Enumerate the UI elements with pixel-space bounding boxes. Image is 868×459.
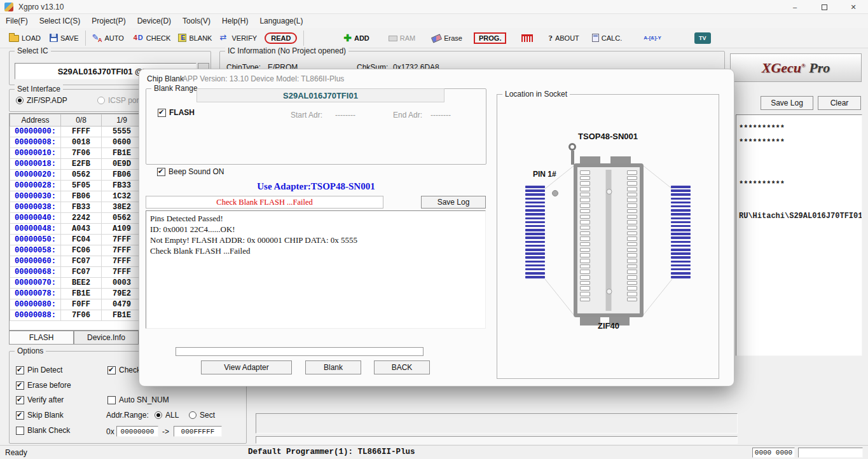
add-button[interactable]: ✚ADD <box>341 30 371 46</box>
about-button[interactable]: ?ABOUT <box>546 30 581 46</box>
addr-range-sect-radio[interactable]: Sect <box>189 411 215 420</box>
zif-radio[interactable]: ZIF/SP.ADP <box>16 96 67 105</box>
hex-value-cell[interactable]: FC04 <box>61 235 102 245</box>
hex-value-cell[interactable]: FB06 <box>102 170 142 181</box>
read-button[interactable]: READ <box>265 32 297 44</box>
hex-value-cell[interactable]: FB33 <box>61 202 102 213</box>
hex-value-cell[interactable]: 7FFF <box>102 256 142 267</box>
addr-range-all-radio[interactable]: ALL <box>155 411 179 420</box>
hex-value-cell[interactable]: E2FB <box>61 159 102 170</box>
hex-value-cell[interactable]: 7FFF <box>102 245 142 256</box>
hex-value-cell[interactable]: 0018 <box>61 137 102 148</box>
option-skip-blank[interactable]: Skip Blank <box>16 411 64 420</box>
menu-tools[interactable]: Tools(V) <box>177 15 216 27</box>
menu-language[interactable]: Language(L) <box>254 15 308 27</box>
hex-value-cell[interactable]: 2242 <box>61 213 102 224</box>
hex-value-cell[interactable]: 0E9D <box>102 159 142 170</box>
hex-value-cell[interactable]: 38E2 <box>102 202 142 213</box>
option-verify-after[interactable]: Verify after <box>16 395 64 404</box>
hex-value-cell[interactable]: 1C32 <box>102 191 142 202</box>
menu-device[interactable]: Device(D) <box>132 15 177 27</box>
load-button[interactable]: LOAD <box>6 30 43 46</box>
hex-value-cell[interactable]: FC06 <box>61 245 102 256</box>
hex-address-cell[interactable]: 00000080: <box>10 299 61 310</box>
hex-address-cell[interactable]: 00000070: <box>10 278 61 289</box>
close-button[interactable]: ✕ <box>839 0 868 14</box>
verify-button[interactable]: VERIFY <box>217 30 259 46</box>
hex-address-cell[interactable]: 00000048: <box>10 224 61 235</box>
hex-value-cell[interactable]: 0479 <box>102 299 142 310</box>
ic-config-button[interactable] <box>519 30 535 46</box>
save-log-button[interactable]: Save Log <box>761 96 813 110</box>
hex-value-cell[interactable]: 0562 <box>61 170 102 181</box>
tv-button[interactable]: TV <box>694 32 711 44</box>
minimize-button[interactable]: – <box>780 0 809 14</box>
hex-address-cell[interactable]: 00000060: <box>10 256 61 267</box>
beep-sound-checkbox[interactable]: Beep Sound ON <box>157 167 224 176</box>
hex-value-cell[interactable]: A043 <box>61 224 102 235</box>
icsp-radio[interactable]: ICSP port <box>97 96 141 105</box>
hex-value-cell[interactable]: 7FFF <box>102 267 142 278</box>
start-address-input[interactable]: 00000000 <box>116 426 158 437</box>
hex-address-cell[interactable]: 00000040: <box>10 213 61 224</box>
calc-button[interactable]: CALC. <box>589 30 624 46</box>
tab-device-info[interactable]: Device.Info <box>74 331 139 345</box>
hex-address-cell[interactable]: 00000008: <box>10 137 61 148</box>
end-address-input[interactable]: 000FFFFF <box>174 426 222 437</box>
hex-value-cell[interactable]: FB33 <box>102 181 142 191</box>
ram-button[interactable]: RAM <box>386 30 418 46</box>
hex-buffer-view[interactable]: Address 0/8 1/9 00000000:FFFF55550000000… <box>9 113 142 331</box>
hex-address-cell[interactable]: 00000068: <box>10 267 61 278</box>
dialog-save-log-button[interactable]: Save Log <box>421 196 486 209</box>
hex-value-cell[interactable]: FB1E <box>102 148 142 159</box>
option-erase-before[interactable]: Erase before <box>16 381 71 390</box>
hex-value-cell[interactable]: FFFF <box>61 127 102 137</box>
option-check[interactable]: Check <box>107 366 141 374</box>
hex-value-cell[interactable]: F0FF <box>61 299 102 310</box>
hex-address-cell[interactable]: 00000000: <box>10 127 61 137</box>
hex-value-cell[interactable]: FC07 <box>61 256 102 267</box>
hex-value-cell[interactable]: FB06 <box>61 191 102 202</box>
menu-select-ic[interactable]: Select IC(S) <box>34 15 86 27</box>
hex-address-cell[interactable]: 00000038: <box>10 202 61 213</box>
logic-test-button[interactable] <box>641 30 664 46</box>
option-blank-check[interactable]: Blank Check <box>16 426 70 435</box>
hex-value-cell[interactable]: 7F06 <box>61 148 102 159</box>
blank-button[interactable]: BLANK <box>176 30 214 46</box>
back-button[interactable]: BACK <box>374 360 430 374</box>
option-auto-sn[interactable]: Auto SN_NUM <box>107 395 169 404</box>
menu-file[interactable]: File(F) <box>0 15 34 27</box>
hex-address-cell[interactable]: 00000020: <box>10 170 61 181</box>
save-button[interactable]: SAVE <box>47 30 81 46</box>
hex-address-cell[interactable]: 00000078: <box>10 289 61 299</box>
hex-value-cell[interactable]: 5F05 <box>61 181 102 191</box>
hex-value-cell[interactable]: BEE2 <box>61 278 102 289</box>
hex-address-cell[interactable]: 00000058: <box>10 245 61 256</box>
check-button[interactable]: CHECK <box>130 30 174 46</box>
hex-value-cell[interactable]: 0562 <box>102 213 142 224</box>
hex-address-cell[interactable]: 00000030: <box>10 191 61 202</box>
hex-value-cell[interactable]: 0600 <box>102 137 142 148</box>
hex-value-cell[interactable]: 0003 <box>102 278 142 289</box>
option-pin-detect[interactable]: Pin Detect <box>16 366 62 374</box>
clear-log-button[interactable]: Clear <box>818 96 861 110</box>
hex-value-cell[interactable]: FB1E <box>61 289 102 299</box>
tab-flash[interactable]: FLASH <box>9 331 74 345</box>
menu-project[interactable]: Project(P) <box>86 15 131 27</box>
hex-value-cell[interactable]: 79E2 <box>102 289 142 299</box>
hex-address-cell[interactable]: 00000050: <box>10 235 61 245</box>
flash-checkbox[interactable]: FLASH <box>158 108 195 117</box>
view-adapter-button[interactable]: View Adapter <box>201 360 292 374</box>
hex-address-cell[interactable]: 00000028: <box>10 181 61 191</box>
hex-value-cell[interactable]: FB1E <box>102 310 142 321</box>
hex-address-cell[interactable]: 00000088: <box>10 310 61 321</box>
auto-button[interactable]: AUTO <box>90 30 127 46</box>
menu-help[interactable]: Help(H) <box>216 15 254 27</box>
hex-address-cell[interactable]: 00000010: <box>10 148 61 159</box>
prog-button[interactable]: PROG. <box>474 32 506 44</box>
maximize-button[interactable] <box>809 0 839 14</box>
erase-button[interactable]: Erase <box>429 30 465 46</box>
hex-address-cell[interactable]: 00000018: <box>10 159 61 170</box>
hex-value-cell[interactable]: 5555 <box>102 127 142 137</box>
dialog-blank-button[interactable]: Blank <box>305 360 361 374</box>
